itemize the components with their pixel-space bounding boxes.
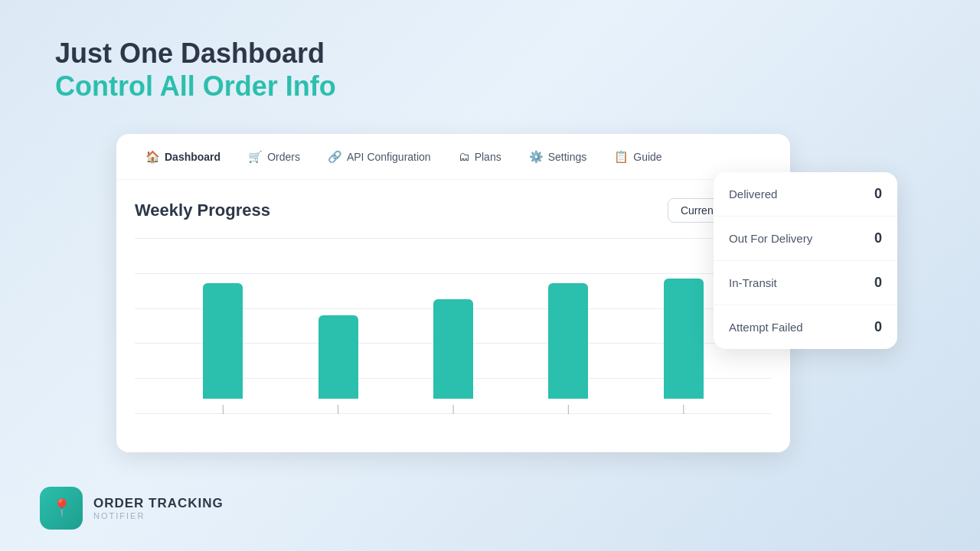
stat-value: 0 — [874, 230, 882, 246]
stat-value: 0 — [874, 275, 882, 291]
link-icon: 🔗 — [328, 150, 342, 164]
stat-row: Delivered0 — [714, 172, 897, 217]
chart-bar — [548, 283, 588, 399]
stat-label: Delivered — [729, 187, 777, 201]
brand-logo-icon: 📍 — [51, 498, 72, 518]
brand-subtitle: NOTIFIER — [93, 511, 224, 520]
guide-icon: 📋 — [614, 150, 629, 164]
stat-label: In-Transit — [729, 276, 777, 289]
brand-name: ORDER TRACKING — [93, 496, 224, 511]
nav-label-plans: Plans — [475, 151, 501, 163]
cart-icon: 🛒 — [248, 150, 263, 164]
stat-row: In-Transit0 — [714, 261, 897, 305]
bar-label: | — [222, 403, 224, 414]
nav-bar: 🏠 Dashboard 🛒 Orders 🔗 API Configuration… — [116, 134, 790, 180]
brand-text: ORDER TRACKING NOTIFIER — [93, 496, 224, 520]
stat-row: Attempt Failed0 — [714, 305, 897, 349]
nav-item-orders[interactable]: 🛒 Orders — [237, 144, 311, 170]
bar-label: | — [567, 403, 570, 414]
plans-icon: 🗂 — [459, 150, 470, 163]
bar-group: | — [433, 299, 473, 414]
bar-group: | — [664, 279, 704, 415]
bar-group: | — [548, 283, 588, 414]
page-header: Just One Dashboard Control All Order Inf… — [55, 37, 336, 103]
nav-item-guide[interactable]: 📋 Guide — [603, 144, 672, 170]
brand-logo: 📍 — [40, 487, 83, 530]
nav-item-api-config[interactable]: 🔗 API Configuration — [317, 144, 442, 170]
home-icon: 🏠 — [145, 150, 160, 164]
bar-label: | — [452, 403, 454, 414]
stats-panel: Delivered0Out For Delivery0In-Transit0At… — [714, 172, 897, 349]
gear-icon: ⚙️ — [529, 150, 544, 164]
page-title-main: Just One Dashboard — [55, 37, 336, 70]
stat-value: 0 — [874, 186, 882, 202]
bar-group: | — [203, 283, 243, 414]
bar-group: | — [318, 315, 358, 414]
chart-bar — [664, 279, 704, 399]
bar-label: | — [337, 403, 339, 414]
nav-label-settings: Settings — [548, 151, 587, 163]
brand-footer: 📍 ORDER TRACKING NOTIFIER — [40, 487, 224, 530]
chart-title: Weekly Progress — [135, 201, 270, 220]
stat-value: 0 — [874, 319, 882, 335]
bar-chart: ||||| — [135, 238, 772, 437]
nav-label-dashboard: Dashboard — [165, 151, 220, 163]
chart-bar — [318, 315, 358, 399]
bars-row: ||||| — [135, 238, 772, 414]
nav-label-api-config: API Configuration — [347, 151, 431, 163]
nav-label-guide: Guide — [633, 151, 662, 163]
bar-label: | — [682, 403, 684, 414]
stat-label: Out For Delivery — [729, 232, 812, 245]
stat-row: Out For Delivery0 — [714, 217, 897, 261]
page-title-sub: Control All Order Info — [55, 70, 336, 103]
chart-bar — [433, 299, 473, 399]
nav-item-settings[interactable]: ⚙️ Settings — [518, 144, 598, 170]
dashboard-card: 🏠 Dashboard 🛒 Orders 🔗 API Configuration… — [116, 134, 790, 452]
nav-item-plans[interactable]: 🗂 Plans — [448, 144, 512, 169]
chart-bar — [203, 283, 243, 399]
nav-label-orders: Orders — [267, 151, 300, 163]
chart-header: Weekly Progress Current Week ⌃ — [135, 198, 772, 223]
stat-label: Attempt Failed — [729, 321, 803, 334]
nav-item-dashboard[interactable]: 🏠 Dashboard — [135, 144, 231, 170]
chart-area: Weekly Progress Current Week ⌃ ||||| — [116, 180, 790, 452]
